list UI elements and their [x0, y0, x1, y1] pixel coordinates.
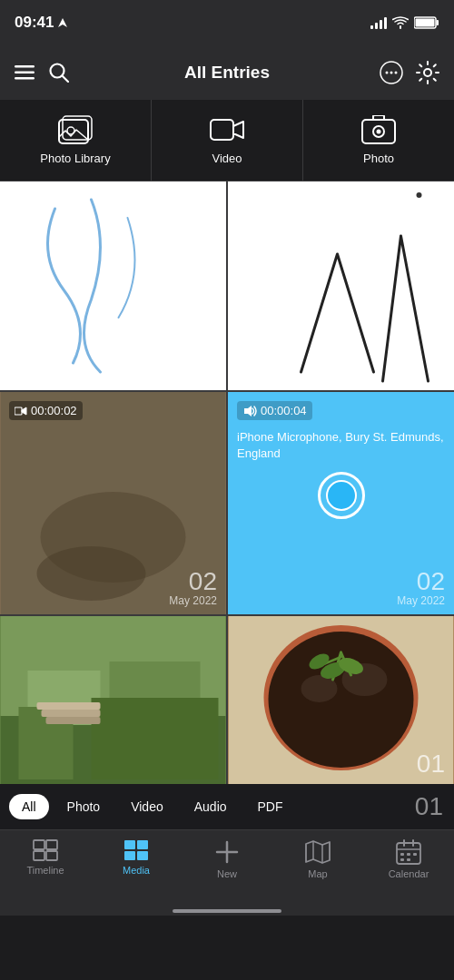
tab-timeline-label: Timeline [26, 865, 64, 876]
svg-rect-47 [46, 840, 57, 849]
video-label: Video [212, 152, 242, 165]
status-bar: 09:41 [0, 0, 454, 45]
audio-date: 02 May 2022 [397, 569, 445, 607]
plant-date: 01 [417, 751, 445, 777]
svg-rect-6 [15, 77, 35, 80]
svg-rect-46 [34, 851, 44, 860]
svg-point-12 [395, 72, 398, 74]
filter-pdf-button[interactable]: PDF [245, 794, 296, 819]
video-date: 02 May 2022 [169, 569, 217, 607]
garden-cell[interactable] [0, 616, 226, 784]
content-grid: 00:00:02 02 May 2022 00:00:04 iPhone Mic… [0, 181, 454, 784]
more-icon [380, 61, 403, 84]
video-cell[interactable]: 00:00:02 02 May 2022 [0, 392, 226, 614]
calendar-icon [396, 839, 421, 865]
tab-map-label: Map [308, 868, 327, 879]
tab-calendar[interactable]: Calendar [363, 839, 454, 879]
page-title: All Entries [184, 63, 270, 83]
audio-play-button[interactable] [318, 472, 365, 519]
svg-rect-17 [211, 120, 233, 140]
svg-rect-65 [407, 858, 410, 861]
tab-bar: Timeline Media New Map [0, 829, 454, 906]
audio-cell[interactable]: 00:00:04 iPhone Microphone, Bury St. Edm… [228, 392, 454, 614]
signal-icon [370, 16, 387, 29]
photo-library-label: Photo Library [40, 152, 110, 165]
filter-video-button[interactable]: Video [118, 794, 176, 819]
tab-calendar-label: Calendar [389, 868, 429, 879]
audio-inner-circle [326, 480, 357, 511]
svg-marker-0 [58, 18, 67, 27]
sketch-left-cell[interactable] [0, 181, 226, 390]
svg-point-21 [417, 192, 422, 198]
filter-all-button[interactable]: All [9, 794, 49, 819]
hamburger-icon [15, 65, 35, 80]
filter-bar: All Photo Video Audio PDF 01 [0, 784, 454, 829]
home-bar [173, 909, 281, 913]
svg-rect-49 [124, 840, 135, 849]
sketch-right-cell[interactable] [228, 181, 454, 390]
gear-icon [416, 61, 439, 84]
svg-rect-3 [416, 19, 435, 27]
filter-photo-button[interactable]: Photo [54, 794, 114, 819]
svg-point-13 [424, 69, 431, 76]
svg-marker-27 [244, 406, 252, 416]
tab-media[interactable]: Media [91, 839, 182, 876]
tab-new[interactable]: New [182, 839, 272, 879]
filter-count: 01 [415, 792, 443, 821]
video-tab[interactable]: Video [152, 100, 303, 181]
svg-rect-64 [400, 858, 404, 861]
svg-rect-34 [37, 702, 101, 710]
photo-tab[interactable]: Photo [303, 100, 454, 181]
svg-rect-48 [46, 851, 57, 860]
tab-media-label: Media [123, 865, 150, 876]
video-play-icon [15, 407, 27, 416]
media-type-bar: Photo Library Video Photo [0, 100, 454, 181]
menu-button[interactable] [15, 65, 35, 80]
svg-rect-36 [46, 717, 101, 724]
tab-map[interactable]: Map [272, 839, 363, 879]
location-arrow-icon [57, 17, 68, 28]
svg-rect-50 [124, 851, 135, 860]
status-time: 09:41 [15, 14, 68, 32]
filter-audio-button[interactable]: Audio [182, 794, 240, 819]
new-icon [214, 839, 240, 865]
photo-label: Photo [363, 152, 394, 165]
photo-icon [361, 115, 396, 144]
tab-timeline[interactable]: Timeline [0, 839, 91, 876]
settings-button[interactable] [416, 61, 439, 84]
wifi-icon [392, 16, 409, 29]
timeline-icon [33, 839, 58, 861]
svg-point-10 [386, 72, 389, 74]
video-duration: 00:00:02 [9, 401, 83, 420]
svg-rect-35 [42, 710, 101, 717]
sketch-right-svg [228, 181, 454, 390]
nav-left [15, 63, 69, 83]
garden-thumbnail [0, 616, 226, 784]
plant-cell[interactable]: 01 [228, 616, 454, 784]
svg-rect-4 [15, 65, 35, 68]
speaker-icon [242, 405, 257, 417]
more-button[interactable] [380, 61, 403, 84]
svg-rect-61 [400, 853, 404, 856]
svg-rect-63 [413, 853, 417, 856]
sketch-left-svg [0, 181, 226, 390]
svg-rect-33 [92, 698, 219, 779]
media-icon [123, 839, 149, 861]
svg-rect-45 [34, 840, 44, 849]
map-icon [305, 839, 331, 865]
svg-rect-26 [15, 407, 22, 415]
audio-duration-header: 00:00:04 [237, 401, 312, 420]
home-indicator [0, 906, 454, 916]
tab-new-label: New [217, 868, 237, 879]
photo-library-icon [58, 115, 93, 144]
search-button[interactable] [49, 63, 69, 83]
nav-bar: All Entries [0, 45, 454, 100]
video-icon [210, 115, 244, 144]
audio-location: iPhone Microphone, Bury St. Edmunds, Eng… [237, 429, 445, 462]
status-icons [370, 16, 439, 29]
svg-rect-51 [137, 840, 148, 849]
svg-rect-2 [437, 20, 439, 25]
photo-library-tab[interactable]: Photo Library [0, 100, 152, 181]
svg-rect-62 [407, 853, 410, 856]
search-icon [49, 63, 69, 83]
